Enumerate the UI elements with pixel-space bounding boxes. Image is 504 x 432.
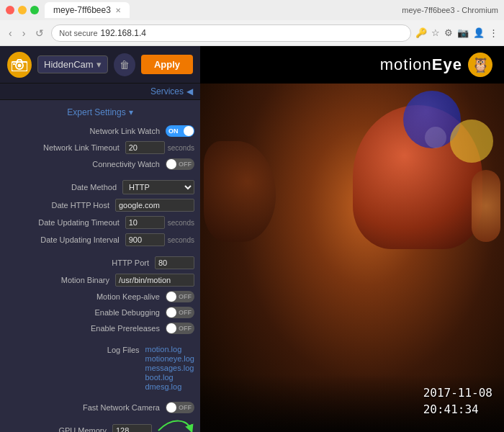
date-http-host-label: Date HTTP Host [0, 201, 112, 210]
star-icon[interactable]: ☆ [431, 27, 440, 38]
tab-close-icon[interactable]: ✕ [115, 6, 121, 14]
connectivity-watch-label: Connectivity Watch [0, 160, 163, 168]
window-controls [6, 6, 39, 14]
browser-toolbar: ‹ › ↺ Not secure 192.168.1.4 🔑 ☆ ⚙ 📷 👤 ⋮ [0, 20, 504, 46]
motion-binary-label: Motion Binary [0, 276, 112, 284]
minimize-button[interactable] [18, 6, 27, 14]
expert-settings-arrow-icon: ▾ [129, 107, 133, 117]
trash-button[interactable]: 🗑 [114, 53, 135, 76]
network-link-timeout-label: Network Link Timeout [0, 143, 122, 152]
enable-prereleases-toggle[interactable]: OFF [166, 323, 194, 334]
motion-keepalive-toggle[interactable]: OFF [166, 291, 194, 302]
services-arrow-icon: ◀ [186, 86, 193, 96]
apply-button[interactable]: Apply [141, 55, 193, 74]
extension-icon[interactable]: ⚙ [444, 27, 453, 38]
address-bar[interactable]: Not secure 192.168.1.4 [51, 24, 411, 42]
setting-row-date-updating-interval: Date Updating Interval seconds [0, 231, 200, 248]
motioneye-header: motionEye 🦉 [200, 46, 504, 84]
menu-icon[interactable]: ⋮ [489, 27, 498, 38]
cam-selector-arrow: ▾ [96, 59, 102, 70]
log-link-dmesg[interactable]: dmesg.log [145, 382, 195, 391]
close-button[interactable] [6, 6, 14, 14]
setting-row-date-updating-timeout: Date Updating Timeout seconds [0, 214, 200, 231]
toolbar-icons: 🔑 ☆ ⚙ 📷 👤 ⋮ [415, 27, 498, 38]
camera-icon [7, 52, 32, 78]
right-panel: motionEye 🦉 2017-11-08 20:41:34 [200, 46, 504, 432]
network-link-watch-label: Network Link Watch [0, 127, 163, 135]
key-icon[interactable]: 🔑 [415, 27, 427, 38]
services-label: Services [150, 86, 184, 96]
tab-title: meye-7ff6bee3 [53, 5, 111, 15]
date-updating-timeout-unit: seconds [168, 219, 194, 227]
setting-row-network-link-watch: Network Link Watch ON [0, 123, 200, 139]
connectivity-watch-toggle[interactable]: OFF [166, 158, 194, 170]
settings-section: Expert Settings ▾ Network Link Watch ON … [0, 100, 200, 432]
setting-row-enable-debugging: Enable Debugging OFF [0, 305, 200, 320]
http-port-label: HTTP Port [0, 258, 152, 267]
setting-row-date-http-host: Date HTTP Host [0, 197, 200, 214]
back-button[interactable]: ‹ [6, 26, 15, 40]
date-updating-interval-input[interactable] [125, 233, 165, 246]
enable-debugging-toggle[interactable]: OFF [166, 307, 194, 318]
log-links: motion.log motioneye.log messages.log bo… [145, 345, 195, 391]
enable-prereleases-label: Enable Prereleases [0, 324, 163, 333]
gpu-memory-input[interactable] [112, 424, 152, 432]
motion-binary-input[interactable] [115, 274, 194, 287]
expert-settings-label: Expert Settings [67, 107, 125, 117]
timestamp-date: 2017-11-08 [423, 385, 492, 401]
date-method-label: Date Method [0, 183, 120, 192]
motioneye-title: motionEye [380, 55, 462, 74]
log-link-motioneye[interactable]: motioneye.log [145, 354, 195, 363]
date-method-select[interactable]: HTTP [122, 180, 194, 194]
reload-button[interactable]: ↺ [32, 26, 47, 40]
app-content: HiddenCam ▾ 🗑 Apply Services ◀ Expert Se… [0, 46, 504, 432]
setting-row-date-method: Date Method HTTP [0, 178, 200, 197]
svg-point-2 [18, 63, 22, 67]
gpu-memory-label: GPU Memory [0, 426, 109, 432]
camera-feed: 2017-11-08 20:41:34 [200, 84, 504, 432]
motion-keepalive-label: Motion Keep-alive [0, 292, 163, 301]
setting-row-motion-binary: Motion Binary [0, 271, 200, 289]
date-http-host-input[interactable] [115, 199, 194, 212]
log-link-motion[interactable]: motion.log [145, 345, 195, 354]
setting-row-http-port: HTTP Port [0, 254, 200, 271]
network-link-timeout-input[interactable] [125, 141, 165, 154]
log-link-messages[interactable]: messages.log [145, 364, 195, 372]
log-link-boot[interactable]: boot.log [145, 373, 195, 382]
services-bar[interactable]: Services ◀ [0, 84, 200, 100]
arrow-annotation [151, 423, 194, 432]
camera-timestamp: 2017-11-08 20:41:34 [423, 385, 492, 418]
cam-selector[interactable]: HiddenCam ▾ [37, 55, 108, 73]
date-updating-timeout-label: Date Updating Timeout [0, 218, 122, 227]
window-title: meye-7ff6bee3 - Chromium [402, 6, 498, 14]
setting-row-gpu-memory: GPU Memory [0, 421, 200, 432]
setting-row-enable-prereleases: Enable Prereleases OFF [0, 320, 200, 336]
fast-network-camera-label: Fast Network Camera [0, 403, 163, 412]
security-label: Not secure [59, 29, 97, 37]
network-link-watch-toggle[interactable]: ON [166, 125, 194, 137]
setting-row-fast-network-camera: Fast Network Camera OFF [0, 400, 200, 415]
top-bar: HiddenCam ▾ 🗑 Apply [0, 46, 200, 84]
date-updating-interval-unit: seconds [168, 236, 194, 244]
date-updating-timeout-input[interactable] [125, 216, 165, 229]
maximize-button[interactable] [30, 6, 39, 14]
log-files-label: Log Files [0, 345, 143, 354]
log-files-section: Log Files motion.log motioneye.log messa… [0, 342, 200, 394]
browser-tab[interactable]: meye-7ff6bee3 ✕ [45, 2, 130, 18]
svg-rect-3 [13, 63, 15, 65]
cam-name: HiddenCam [44, 59, 94, 70]
enable-debugging-label: Enable Debugging [0, 308, 163, 317]
profile-icon[interactable]: 👤 [473, 27, 485, 38]
left-panel: HiddenCam ▾ 🗑 Apply Services ◀ Expert Se… [0, 46, 200, 432]
expert-settings-header[interactable]: Expert Settings ▾ [0, 104, 200, 123]
network-link-timeout-unit: seconds [168, 144, 194, 152]
address-text: 192.168.1.4 [101, 28, 146, 38]
fast-network-camera-toggle[interactable]: OFF [166, 402, 194, 413]
camera-toolbar-icon[interactable]: 📷 [457, 27, 469, 38]
setting-row-network-link-timeout: Network Link Timeout seconds [0, 139, 200, 156]
date-updating-interval-label: Date Updating Interval [0, 235, 122, 244]
browser-titlebar: meye-7ff6bee3 ✕ meye-7ff6bee3 - Chromium [0, 0, 504, 20]
timestamp-time: 20:41:34 [423, 402, 492, 418]
forward-button[interactable]: › [19, 26, 29, 40]
http-port-input[interactable] [155, 256, 194, 269]
